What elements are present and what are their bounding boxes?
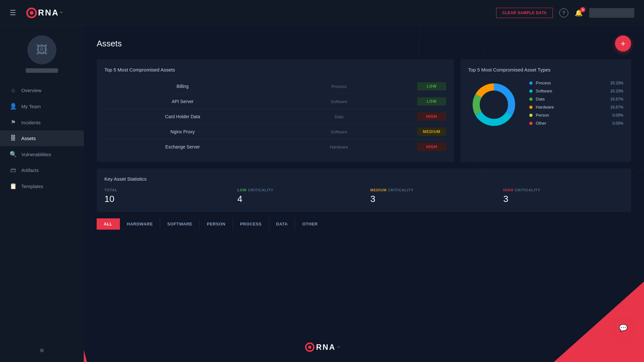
sidebar-item-incidents[interactable]: ⚑ Incidents bbox=[0, 114, 84, 130]
user-avatar-bar[interactable] bbox=[589, 8, 634, 18]
table-row: Billing Process LOW bbox=[104, 79, 446, 94]
stat-number: 10 bbox=[104, 194, 225, 204]
add-asset-button[interactable]: + bbox=[615, 35, 631, 52]
table-row: Card Holder Data Data HIGH bbox=[104, 109, 446, 124]
help-icon[interactable]: ? bbox=[559, 8, 568, 17]
sidebar-item-overview[interactable]: ⌂ Overview bbox=[0, 82, 84, 98]
help-question-mark: ? bbox=[562, 10, 565, 15]
sidebar-label-my-team: My Team bbox=[21, 104, 41, 109]
asset-type: Hardware bbox=[261, 145, 418, 149]
asset-type: Software bbox=[261, 99, 418, 104]
asset-name: Card Holder Data bbox=[104, 114, 261, 119]
asset-type: Process bbox=[261, 84, 418, 89]
hamburger-menu-icon[interactable]: ☰ bbox=[10, 9, 16, 17]
assets-nav-icon: 🗄 bbox=[10, 135, 17, 142]
artifacts-nav-icon: 🗃 bbox=[10, 167, 17, 174]
asset-name: Exchange Server bbox=[104, 144, 261, 149]
asset-name: Billing bbox=[104, 84, 261, 89]
filter-tab-person[interactable]: PERSON bbox=[200, 218, 233, 230]
vulnerabilities-nav-icon: 🔍 bbox=[10, 151, 17, 158]
my-team-nav-icon: 👤 bbox=[10, 103, 17, 110]
stat-number: 3 bbox=[503, 194, 623, 204]
header-right: CLEAR SAMPLE DATA ? 🔔 3 bbox=[496, 8, 634, 18]
stat-label: LOW CRITICALITY bbox=[237, 188, 358, 192]
header: ☰ RNA ™ CLEAR SAMPLE DATA ? 🔔 3 bbox=[0, 0, 644, 26]
legend-value: 16.67% bbox=[610, 105, 623, 110]
logo-icon bbox=[26, 7, 37, 19]
filter-tabs: ALLHARDWARESOFTWAREPERSONPROCESSDATAOTHE… bbox=[97, 218, 631, 230]
page-title: Assets bbox=[97, 39, 122, 49]
stats-grid: TOTAL 10 LOW CRITICALITY 4 MEDIUM CRITIC… bbox=[104, 188, 623, 204]
legend-item: Person 0.00% bbox=[529, 113, 623, 118]
sidebar-item-assets[interactable]: 🗄 Assets bbox=[0, 130, 84, 146]
filter-tab-hardware[interactable]: HARDWARE bbox=[120, 218, 160, 230]
legend-label: Data bbox=[536, 97, 607, 101]
criticality-badge: LOW bbox=[417, 82, 446, 90]
stat-number: 3 bbox=[370, 194, 491, 204]
notification-icon[interactable]: 🔔 3 bbox=[575, 9, 583, 17]
key-stats-card: Key Asset Statistics TOTAL 10 LOW CRITIC… bbox=[97, 168, 631, 212]
templates-nav-icon: 📋 bbox=[10, 183, 17, 190]
chat-button[interactable]: 💬 bbox=[615, 320, 631, 336]
table-row: Nginx Proxy Software MEDIUM bbox=[104, 124, 446, 139]
legend-item: Data 16.67% bbox=[529, 97, 623, 101]
page-header: Assets + bbox=[97, 35, 631, 52]
legend-dot bbox=[529, 98, 533, 101]
legend-label: Process bbox=[536, 81, 607, 85]
legend-label: Hardware bbox=[536, 105, 607, 110]
stat-item-high: HIGH CRITICALITY 3 bbox=[503, 188, 623, 204]
asset-name: Nginx Proxy bbox=[104, 129, 261, 134]
logo-tm: ™ bbox=[60, 11, 62, 14]
legend-item: Software 33.33% bbox=[529, 89, 623, 93]
criticality-badge: HIGH bbox=[417, 143, 446, 151]
sidebar-item-templates[interactable]: 📋 Templates bbox=[0, 178, 84, 194]
legend-dot bbox=[529, 114, 533, 117]
footer-logo-text: RNA bbox=[316, 343, 336, 352]
legend-dot bbox=[529, 106, 533, 109]
filter-tab-other[interactable]: OTHER bbox=[295, 218, 325, 230]
sidebar-nav: ⌂ Overview👤 My Team⚑ Incidents🗄 Assets🔍 … bbox=[0, 82, 84, 194]
table-row: Exchange Server Hardware HIGH bbox=[104, 139, 446, 154]
footer-logo: RNA ™ bbox=[304, 342, 340, 352]
sidebar-label-templates: Templates bbox=[21, 184, 43, 189]
avatar-placeholder-icon: 🖼 bbox=[36, 43, 48, 57]
legend-value: 33.33% bbox=[610, 81, 623, 85]
sidebar-label-incidents: Incidents bbox=[21, 120, 41, 125]
stat-number: 4 bbox=[237, 194, 358, 204]
asset-type: Software bbox=[261, 129, 418, 134]
legend-value: 0.00% bbox=[612, 121, 623, 126]
notification-badge: 3 bbox=[580, 7, 585, 12]
stat-item-medium: MEDIUM CRITICALITY 3 bbox=[370, 188, 491, 204]
legend-label: Other bbox=[536, 121, 609, 126]
sidebar-avatar: 🖼 bbox=[27, 35, 56, 64]
compromised-types-title: Top 5 Most Compromised Asset Types bbox=[468, 67, 623, 72]
legend-dot bbox=[529, 90, 533, 93]
asset-table: Billing Process LOW API Server Software … bbox=[104, 79, 446, 154]
filter-tab-all[interactable]: ALL bbox=[97, 218, 120, 230]
sidebar-item-vulnerabilities[interactable]: 🔍 Vulnerabilities bbox=[0, 146, 84, 162]
clear-sample-data-button[interactable]: CLEAR SAMPLE DATA bbox=[496, 8, 553, 18]
stat-label: HIGH CRITICALITY bbox=[503, 188, 623, 192]
donut-legend: Process 33.33% Software 33.33% Data 16.6… bbox=[529, 81, 623, 129]
logo-text: RNA bbox=[38, 8, 59, 18]
stat-item-low: LOW CRITICALITY 4 bbox=[237, 188, 358, 204]
criticality-badge: LOW bbox=[417, 97, 446, 106]
legend-dot bbox=[529, 122, 533, 125]
legend-value: 0.00% bbox=[612, 113, 623, 118]
filter-tab-process[interactable]: PROCESS bbox=[233, 218, 269, 230]
legend-value: 33.33% bbox=[610, 89, 623, 93]
filter-tab-data[interactable]: DATA bbox=[269, 218, 295, 230]
legend-label: Person bbox=[536, 113, 609, 118]
footer-logo-tm: ™ bbox=[337, 346, 340, 349]
sidebar-item-artifacts[interactable]: 🗃 Artifacts bbox=[0, 162, 84, 178]
legend-item: Hardware 16.67% bbox=[529, 105, 623, 110]
sidebar-scroll-dot bbox=[40, 348, 44, 352]
sidebar: 🖼 ⌂ Overview👤 My Team⚑ Incidents🗄 Assets… bbox=[0, 26, 84, 362]
sidebar-item-my-team[interactable]: 👤 My Team bbox=[0, 98, 84, 114]
stat-label: MEDIUM CRITICALITY bbox=[370, 188, 491, 192]
sidebar-label-overview: Overview bbox=[21, 88, 42, 93]
compromised-assets-card: Top 5 Most Compromised Assets Billing Pr… bbox=[97, 59, 454, 162]
filter-tab-software[interactable]: SOFTWARE bbox=[160, 218, 200, 230]
sidebar-username-bar bbox=[26, 68, 58, 73]
stat-label: TOTAL bbox=[104, 188, 225, 192]
